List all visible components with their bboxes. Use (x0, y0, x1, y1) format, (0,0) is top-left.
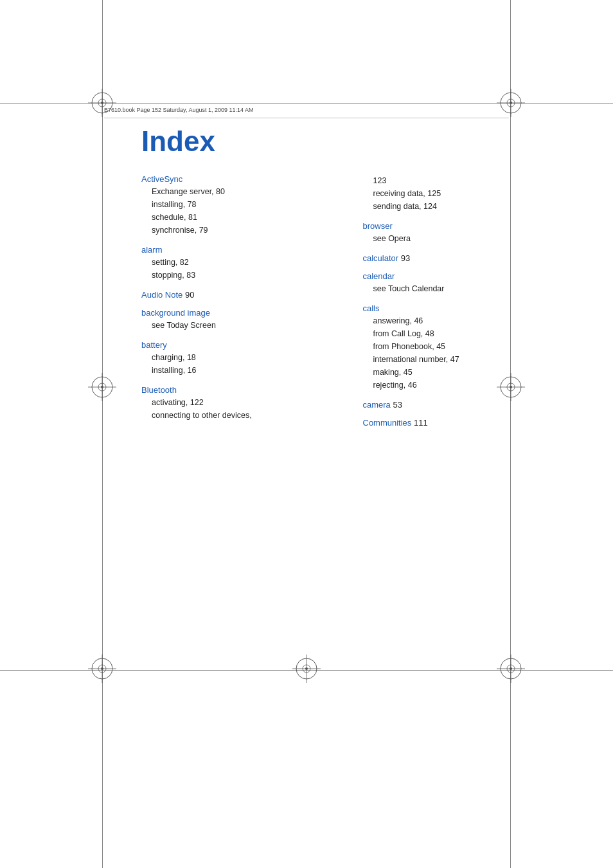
entry-subitem: see Today Screen (141, 319, 328, 332)
entry-group-bluetooth: Bluetooth activating, 122 connecting to … (141, 385, 328, 422)
entry-subitem: Exchange server, 80 (141, 185, 328, 198)
entry-term-inline: Communities 111 (363, 418, 549, 428)
entry-term: Bluetooth (141, 385, 328, 395)
entry-group-alarm: alarm setting, 82 stopping, 83 (141, 245, 328, 282)
entry-group-calls: calls answering, 46 from Call Log, 48 fr… (363, 303, 549, 392)
entry-subitem: charging, 18 (141, 351, 328, 364)
index-columns: ActiveSync Exchange server, 80 installin… (141, 174, 549, 436)
reg-mark-bottom-right (497, 655, 525, 685)
entry-group-battery: battery charging, 18 installing, 16 (141, 340, 328, 377)
entry-subitem: 123 (363, 174, 549, 187)
entry-subitem: from Phonebook, 45 (363, 340, 549, 353)
entry-subitem: installing, 16 (141, 364, 328, 377)
entry-group-browser: browser see Opera (363, 221, 549, 245)
reg-mark-bottom-left (88, 655, 116, 685)
entry-term: browser (363, 221, 549, 231)
entry-term-inline: calculator 93 (363, 253, 549, 263)
entry-subitem: international number, 47 (363, 353, 549, 366)
entry-group-calculator: calculator 93 (363, 253, 549, 263)
right-column: 123 receiving data, 125 sending data, 12… (363, 174, 549, 436)
entry-term: alarm (141, 245, 328, 255)
entry-group-activesync: ActiveSync Exchange server, 80 installin… (141, 174, 328, 237)
entry-group-bluetooth-cont: 123 receiving data, 125 sending data, 12… (363, 174, 549, 213)
reg-mark-bottom-center (292, 655, 321, 685)
entry-subitem: synchronise, 79 (141, 224, 328, 237)
entry-term-inline: camera 53 (363, 400, 549, 410)
entry-subitem: schedule, 81 (141, 211, 328, 224)
entry-group-camera: camera 53 (363, 400, 549, 410)
entry-subitem: installing, 78 (141, 198, 328, 211)
entry-group-audio-note: Audio Note 90 (141, 290, 328, 300)
entry-term: calendar (363, 271, 549, 281)
entry-subitem: activating, 122 (141, 396, 328, 409)
entry-subitem: rejecting, 46 (363, 379, 549, 392)
entry-term: ActiveSync (141, 174, 328, 184)
page-title: Index (141, 125, 549, 158)
entry-subitem: receiving data, 125 (363, 187, 549, 200)
entry-term: calls (363, 303, 549, 313)
main-content: Index ActiveSync Exchange server, 80 ins… (141, 125, 549, 436)
left-trim-line (102, 0, 103, 868)
reg-mark-mid-left (88, 373, 116, 403)
entry-term-inline: Audio Note 90 (141, 290, 328, 300)
entry-subitem: connecting to other devices, (141, 409, 328, 422)
entry-subitem: from Call Log, 48 (363, 327, 549, 340)
entry-group-communities: Communities 111 (363, 418, 549, 428)
entry-subitem: making, 45 (363, 366, 549, 379)
entry-subitem: answering, 46 (363, 314, 549, 327)
entry-subitem: see Touch Calendar (363, 282, 549, 295)
page-header: B7610.book Page 152 Saturday, August 1, … (104, 104, 509, 118)
entry-subitem: setting, 82 (141, 256, 328, 269)
entry-subitem: stopping, 83 (141, 269, 328, 282)
entry-term: background image (141, 308, 328, 318)
entry-subitem: see Opera (363, 232, 549, 245)
entry-term: battery (141, 340, 328, 350)
left-column: ActiveSync Exchange server, 80 installin… (141, 174, 328, 430)
entry-group-background-image: background image see Today Screen (141, 308, 328, 332)
entry-subitem: sending data, 124 (363, 200, 549, 213)
header-text: B7610.book Page 152 Saturday, August 1, … (104, 107, 254, 113)
entry-group-calendar: calendar see Touch Calendar (363, 271, 549, 295)
